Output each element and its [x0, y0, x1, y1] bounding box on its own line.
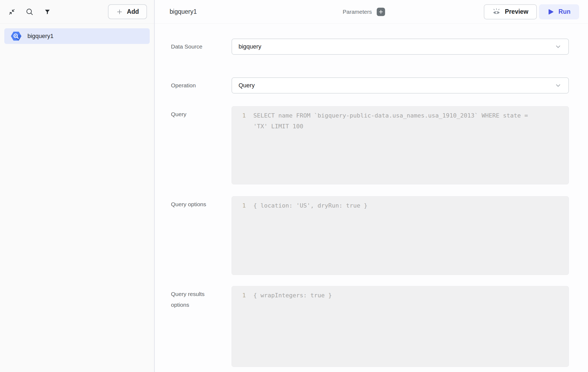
- data-source-label: Data Source: [171, 41, 232, 52]
- chevron-down-icon: [554, 82, 562, 89]
- data-source-select[interactable]: bigquery: [232, 39, 569, 55]
- header-actions: Preview Run: [484, 4, 579, 19]
- operation-label: Operation: [171, 80, 232, 91]
- run-button-label: Run: [558, 8, 570, 15]
- query-code-editor[interactable]: 1 SELECT name FROM `bigquery-public-data…: [232, 106, 569, 184]
- play-icon: [548, 9, 554, 15]
- filter-icon: [44, 8, 51, 15]
- query-list-item-bigquery1[interactable]: bigquery1: [4, 28, 150, 44]
- query-form: Data Source bigquery Operation Query: [155, 24, 588, 367]
- code-line: 1 { location: 'US', dryRun: true }: [232, 200, 562, 211]
- operation-select[interactable]: Query: [232, 77, 569, 94]
- add-parameter-button[interactable]: [377, 8, 385, 16]
- data-source-value: bigquery: [239, 43, 554, 50]
- filter-queries-button[interactable]: [43, 7, 52, 17]
- eye-icon: [492, 8, 500, 16]
- query-placeholder-text: SELECT name FROM `bigquery-public-data.u…: [253, 110, 543, 132]
- query-results-options-placeholder-text: { wrapIntegers: true }: [253, 290, 332, 301]
- query-label: Query: [171, 106, 232, 120]
- operation-value: Query: [239, 82, 554, 89]
- query-detail-panel: bigquery1 Parameters Preview: [155, 0, 588, 372]
- parameters-label: Parameters: [343, 9, 372, 15]
- query-results-options-label: Query results options: [171, 286, 232, 310]
- query-options-code-editor[interactable]: 1 { location: 'US', dryRun: true }: [232, 196, 569, 275]
- query-editor-app: Add bigquery1 bigquery1 Parameters: [0, 0, 588, 372]
- plus-icon: [116, 8, 123, 15]
- search-icon: [26, 8, 34, 16]
- form-row-operation: Operation Query: [171, 77, 569, 94]
- collapse-arrows-icon: [8, 8, 16, 16]
- query-options-label: Query options: [171, 196, 232, 210]
- parameters-section: Parameters: [343, 8, 385, 16]
- preview-button-label: Preview: [505, 8, 528, 15]
- chevron-down-icon: [554, 43, 562, 50]
- plus-icon: [378, 9, 383, 14]
- preview-button[interactable]: Preview: [484, 4, 537, 19]
- query-sidebar: Add bigquery1: [0, 0, 155, 372]
- search-queries-button[interactable]: [25, 7, 34, 17]
- add-query-button[interactable]: Add: [108, 4, 147, 19]
- collapse-panel-button[interactable]: [7, 7, 17, 17]
- code-line: 1 SELECT name FROM `bigquery-public-data…: [232, 110, 562, 132]
- form-row-data-source: Data Source bigquery: [171, 39, 569, 55]
- bigquery-icon: [11, 31, 22, 41]
- query-header: bigquery1 Parameters Preview: [155, 0, 588, 24]
- add-button-label: Add: [127, 8, 139, 15]
- sidebar-toolbar: Add: [0, 0, 154, 24]
- line-number: 1: [232, 110, 246, 121]
- line-number: 1: [232, 290, 246, 301]
- code-line: 1 { wrapIntegers: true }: [232, 290, 562, 301]
- query-list: bigquery1: [0, 24, 154, 49]
- query-options-placeholder-text: { location: 'US', dryRun: true }: [253, 200, 368, 211]
- line-number: 1: [232, 200, 246, 211]
- query-results-options-code-editor[interactable]: 1 { wrapIntegers: true }: [232, 286, 569, 367]
- query-title: bigquery1: [170, 8, 197, 15]
- run-button[interactable]: Run: [539, 4, 579, 19]
- form-row-query-results-options: Query results options 1 { wrapIntegers: …: [171, 286, 569, 367]
- form-row-query: Query 1 SELECT name FROM `bigquery-publi…: [171, 106, 569, 184]
- form-row-query-options: Query options 1 { location: 'US', dryRun…: [171, 196, 569, 275]
- query-item-label: bigquery1: [27, 33, 54, 40]
